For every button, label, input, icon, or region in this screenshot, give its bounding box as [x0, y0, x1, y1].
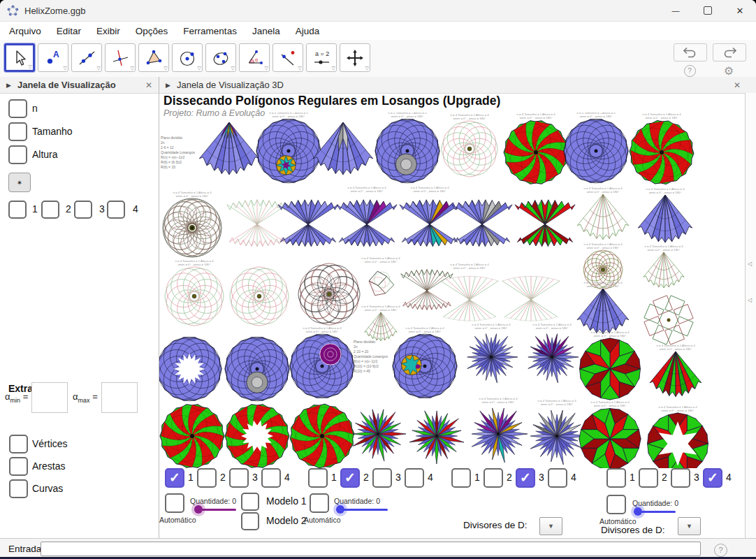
- checkbox-tamanho[interactable]: [8, 122, 27, 141]
- checkbox-num-3[interactable]: [74, 201, 92, 219]
- tool-dropdown-icon[interactable]: ▽: [198, 66, 201, 71]
- panel-collapse-left-icon[interactable]: ◁: [748, 297, 752, 303]
- panel-3d-close-icon[interactable]: ✕: [734, 80, 741, 90]
- tool-conic[interactable]: ▽: [205, 43, 236, 72]
- automatico-checkbox-1[interactable]: [165, 493, 184, 513]
- quantidade-slider-3-thumb[interactable]: [634, 507, 642, 516]
- svg-text:2·10 = 20: 2·10 = 20: [354, 349, 368, 354]
- group3-label-3: 3: [539, 472, 544, 483]
- quantidade-slider-2-thumb[interactable]: [336, 505, 344, 514]
- group1-checkbox-2[interactable]: [197, 468, 217, 488]
- alpha-max-input[interactable]: [101, 382, 138, 413]
- panel-collapse-left-icon[interactable]: ◁: [748, 261, 752, 267]
- figure-disc-grayc: [225, 337, 289, 401]
- menu-ajuda[interactable]: Ajuda: [288, 26, 328, 36]
- redo-button[interactable]: [713, 43, 746, 61]
- figure-rgrh: n = 4 Tamanho = 1 Altura = 4αmin = 0° , …: [580, 331, 641, 400]
- collapse-arrow-icon[interactable]: ▶: [166, 82, 170, 89]
- group3-checkbox-4[interactable]: [548, 468, 567, 488]
- checkbox-curvas[interactable]: [9, 479, 28, 498]
- checkbox-vertices[interactable]: [9, 435, 28, 453]
- minimize-button[interactable]: —: [660, 0, 692, 21]
- tool-point[interactable]: A▽: [38, 43, 68, 72]
- help-button[interactable]: ?: [674, 64, 706, 77]
- undo-button[interactable]: [674, 43, 707, 61]
- tool-move[interactable]: ▽: [4, 43, 35, 72]
- figure-spiky-rg: [353, 409, 406, 461]
- input-help-button[interactable]: ?: [714, 543, 727, 557]
- help-icon: ?: [684, 65, 696, 77]
- group2-checkbox-4[interactable]: [405, 468, 424, 488]
- close-button[interactable]: ✕: [724, 0, 756, 21]
- right-panel-strip: ◁ ◁: [745, 93, 756, 538]
- tool-circle[interactable]: ▽: [172, 43, 203, 72]
- group4-checkbox-3[interactable]: [671, 468, 690, 488]
- group1-checkbox-1[interactable]: ✓: [165, 468, 184, 488]
- modelo1-checkbox[interactable]: [241, 493, 259, 511]
- star-button[interactable]: ✶: [8, 173, 31, 192]
- tool-dropdown-icon[interactable]: ▽: [231, 66, 235, 71]
- menu-editar[interactable]: Editar: [49, 26, 89, 36]
- menu-opcoes[interactable]: Opções: [128, 26, 176, 36]
- divisores-dropdown-2[interactable]: ▼: [678, 517, 701, 535]
- menu-exibir[interactable]: Exibir: [89, 26, 128, 36]
- tool-reflect[interactable]: ▽: [272, 43, 303, 72]
- group2-checkbox-3[interactable]: [372, 468, 392, 488]
- tool-dropdown-icon[interactable]: ▽: [29, 64, 32, 70]
- tool-perpendicular[interactable]: ▽: [105, 43, 136, 72]
- maximize-button[interactable]: [692, 0, 724, 21]
- input-bar: Entrada: ?: [0, 538, 756, 559]
- group3-checkbox-2[interactable]: [484, 468, 503, 488]
- group4-label-2: 2: [662, 472, 667, 483]
- group2-checkbox-1[interactable]: [308, 468, 328, 488]
- divisores-dropdown-1[interactable]: ▼: [539, 517, 562, 535]
- checkbox-altura[interactable]: [8, 145, 27, 164]
- settings-button[interactable]: ⚙: [713, 64, 745, 78]
- checkbox-n[interactable]: [8, 99, 27, 118]
- automatico-checkbox-3[interactable]: [606, 495, 626, 514]
- menu-janela[interactable]: Janela: [245, 26, 288, 36]
- tool-dropdown-icon[interactable]: ▽: [164, 66, 168, 71]
- svg-text:αmin = 0° , αmax = 180°: αmin = 0° , αmax = 180°: [587, 190, 620, 194]
- group2-checkbox-2[interactable]: ✓: [340, 468, 360, 488]
- tool-move-view[interactable]: ▽: [340, 43, 370, 72]
- modelo2-checkbox[interactable]: [241, 512, 259, 530]
- group4-checkbox-2[interactable]: [639, 468, 658, 488]
- figure-spiky-rg: [409, 411, 464, 464]
- checkbox-arestas[interactable]: [9, 457, 28, 476]
- tool-dropdown-icon[interactable]: ▽: [64, 66, 67, 71]
- tool-angle[interactable]: α▽: [239, 43, 270, 72]
- panel-visualizacao-close-icon[interactable]: ✕: [145, 80, 152, 90]
- tool-polygon[interactable]: ▽: [138, 43, 169, 72]
- automatico-checkbox-2[interactable]: [310, 493, 329, 513]
- quantidade-slider-1-thumb[interactable]: [194, 505, 203, 514]
- group4-checkbox-1[interactable]: [606, 468, 626, 488]
- checkbox-num-1[interactable]: [8, 201, 27, 219]
- tool-slider[interactable]: a = 2▽: [306, 43, 337, 72]
- tool-dropdown-icon[interactable]: ▽: [97, 66, 101, 71]
- checkbox-num-4[interactable]: [107, 201, 125, 219]
- group3-checkbox-1[interactable]: [451, 468, 471, 488]
- menu-ferramentas[interactable]: Ferramentas: [175, 26, 245, 36]
- quantidade-slider-3-label: Quantidade: 0: [632, 499, 678, 507]
- tool-dropdown-icon[interactable]: ▽: [332, 66, 335, 71]
- tool-line[interactable]: ▽: [71, 43, 102, 72]
- tool-dropdown-icon[interactable]: ▽: [265, 66, 268, 71]
- alpha-min-input[interactable]: [31, 382, 68, 413]
- checkbox-label-altura: Altura: [32, 149, 58, 160]
- group3-checkbox-3[interactable]: ✓: [516, 468, 535, 488]
- menu-arquivo[interactable]: Arquivo: [1, 26, 49, 36]
- tool-dropdown-icon[interactable]: ▽: [365, 66, 369, 71]
- group4-checkbox-4[interactable]: ✓: [703, 468, 722, 488]
- tool-dropdown-icon[interactable]: ▽: [131, 66, 134, 71]
- figure-wrose-light: [230, 267, 289, 326]
- svg-text:αmin = 0° , αmax = 180°: αmin = 0° , αmax = 180°: [475, 326, 508, 330]
- group1-checkbox-4[interactable]: [261, 468, 281, 488]
- checkbox-num-2[interactable]: [41, 201, 59, 219]
- group1-checkbox-3[interactable]: [229, 468, 249, 488]
- collapse-arrow-icon[interactable]: ▶: [6, 82, 11, 89]
- figure-dome-blue: n = 4 Tamanho = 1 Altura = 4αmin = 0° , …: [638, 187, 692, 242]
- svg-text:αmin = 0° , αmax = 180°: αmin = 0° , αmax = 180°: [409, 330, 442, 333]
- tool-dropdown-icon[interactable]: ▽: [298, 66, 302, 71]
- entrada-input[interactable]: [41, 542, 701, 556]
